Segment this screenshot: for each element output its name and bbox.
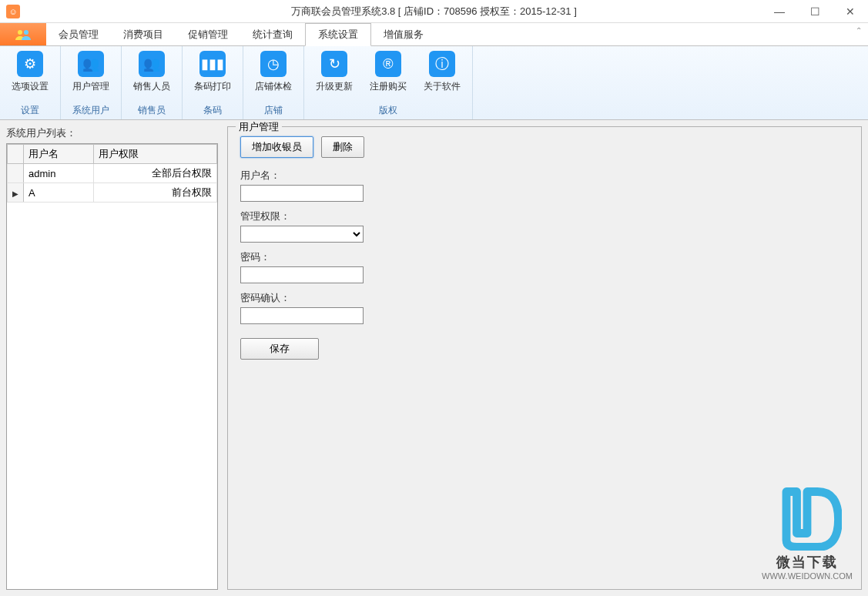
home-button[interactable] — [0, 23, 46, 45]
ribbon-toolbar: ⚙选项设置设置👥用户管理系统用户👥销售人员销售员▮▮▮条码打印条码◷店铺体检店铺… — [0, 46, 868, 120]
col-username[interactable]: 用户名 — [24, 145, 94, 164]
ribbon-group-系统用户: 👥用户管理系统用户 — [61, 46, 122, 119]
menu-促销管理[interactable]: 促销管理 — [176, 23, 240, 45]
ribbon-条码打印[interactable]: ▮▮▮条码打印 — [186, 46, 240, 102]
ribbon-关于软件[interactable]: ⓘ关于软件 — [415, 46, 469, 102]
menu-系统设置[interactable]: 系统设置 — [305, 23, 371, 46]
ribbon-collapse-icon[interactable]: ⌃ — [856, 26, 862, 35]
ribbon-group-label: 店铺 — [246, 102, 300, 119]
row-header-col — [8, 145, 24, 164]
title-bar: ☺ 万商联会员管理系统3.8 [ 店铺ID：708596 授权至：2015-12… — [0, 0, 868, 23]
permission-label: 管理权限： — [240, 209, 849, 223]
workspace: 系统用户列表： 用户名 用户权限 admin全部后台权限▶A前台权限 用户管理 … — [0, 120, 868, 596]
table-row[interactable]: ▶A前台权限 — [8, 183, 217, 203]
confirm-password-label: 密码确认： — [240, 291, 849, 305]
username-label: 用户名： — [240, 169, 849, 182]
add-cashier-button[interactable]: 增加收银员 — [240, 136, 313, 158]
ribbon-group-条码: ▮▮▮条码打印条码 — [183, 46, 243, 119]
menu-消费项目[interactable]: 消费项目 — [111, 23, 176, 45]
ribbon-group-label: 版权 — [307, 102, 469, 119]
cell-username: A — [24, 183, 94, 203]
close-button[interactable]: ✕ — [833, 0, 868, 23]
svg-point-1 — [24, 30, 28, 35]
menu-统计查询[interactable]: 统计查询 — [240, 23, 305, 45]
ribbon-group-label: 条码 — [186, 102, 240, 119]
row-selector — [8, 164, 24, 183]
watermark-logo-icon — [772, 481, 842, 551]
ribbon-注册购买[interactable]: ®注册购买 — [361, 46, 415, 102]
cell-permission: 全部后台权限 — [94, 164, 217, 183]
table-row[interactable]: admin全部后台权限 — [8, 164, 217, 183]
ribbon-label: 用户管理 — [72, 80, 109, 93]
ribbon-label: 条码打印 — [194, 80, 231, 93]
menu-会员管理[interactable]: 会员管理 — [46, 23, 111, 45]
ribbon-group-销售员: 👥销售人员销售员 — [122, 46, 183, 119]
watermark-url: WWW.WEIDOWN.COM — [762, 571, 853, 581]
ribbon-label: 升级更新 — [316, 80, 353, 93]
registered-icon: ® — [375, 51, 401, 77]
maximize-button[interactable]: ☐ — [797, 0, 833, 23]
window-title: 万商联会员管理系统3.8 [ 店铺ID：708596 授权至：2015-12-3… — [291, 5, 577, 18]
menu-增值服务[interactable]: 增值服务 — [371, 23, 436, 45]
ribbon-label: 选项设置 — [12, 80, 49, 93]
ribbon-group-label: 系统用户 — [64, 102, 118, 119]
users-icon: 👥 — [78, 51, 104, 77]
cell-username: admin — [24, 164, 94, 183]
gear-icon: ⚙ — [17, 51, 43, 77]
password-label: 密码： — [240, 250, 849, 264]
users-icon — [14, 28, 32, 41]
users-icon: 👥 — [139, 51, 165, 77]
save-button[interactable]: 保存 — [240, 338, 319, 360]
username-input[interactable] — [240, 185, 364, 202]
user-list-title: 系统用户列表： — [6, 126, 218, 140]
menu-bar: 会员管理消费项目促销管理统计查询系统设置增值服务 — [0, 23, 868, 46]
delete-button[interactable]: 删除 — [321, 136, 364, 158]
ribbon-label: 店铺体检 — [255, 80, 292, 93]
confirm-password-input[interactable] — [240, 307, 364, 324]
ribbon-group-店铺: ◷店铺体检店铺 — [243, 46, 304, 119]
user-list-panel: 系统用户列表： 用户名 用户权限 admin全部后台权限▶A前台权限 — [6, 126, 218, 590]
ribbon-label: 销售人员 — [133, 80, 170, 93]
app-icon: ☺ — [6, 5, 20, 18]
refresh-icon: ↻ — [321, 51, 347, 77]
clock-icon: ◷ — [260, 51, 287, 77]
ribbon-选项设置[interactable]: ⚙选项设置 — [3, 46, 57, 102]
ribbon-label: 注册购买 — [370, 80, 407, 93]
ribbon-用户管理[interactable]: 👥用户管理 — [64, 46, 118, 102]
ribbon-group-label: 设置 — [3, 102, 57, 119]
col-permission[interactable]: 用户权限 — [94, 145, 217, 164]
ribbon-group-设置: ⚙选项设置设置 — [0, 46, 61, 119]
password-input[interactable] — [240, 266, 364, 283]
row-selector: ▶ — [8, 183, 24, 203]
ribbon-升级更新[interactable]: ↻升级更新 — [307, 46, 361, 102]
permission-select[interactable] — [240, 226, 364, 243]
watermark: 微当下载 WWW.WEIDOWN.COM — [762, 481, 853, 581]
ribbon-店铺体检[interactable]: ◷店铺体检 — [246, 46, 300, 102]
user-grid[interactable]: 用户名 用户权限 admin全部后台权限▶A前台权限 — [6, 143, 218, 590]
ribbon-group-版权: ↻升级更新®注册购买ⓘ关于软件版权 — [304, 46, 473, 119]
fieldset-legend: 用户管理 — [236, 120, 282, 134]
minimize-button[interactable]: — — [762, 0, 797, 23]
ribbon-label: 关于软件 — [424, 80, 461, 93]
ribbon-销售人员[interactable]: 👥销售人员 — [125, 46, 179, 102]
svg-point-0 — [18, 30, 22, 35]
watermark-text: 微当下载 — [762, 553, 853, 571]
cell-permission: 前台权限 — [94, 183, 217, 203]
ribbon-group-label: 销售员 — [125, 102, 179, 119]
barcode-icon: ▮▮▮ — [199, 51, 226, 77]
info-icon: ⓘ — [429, 51, 455, 77]
